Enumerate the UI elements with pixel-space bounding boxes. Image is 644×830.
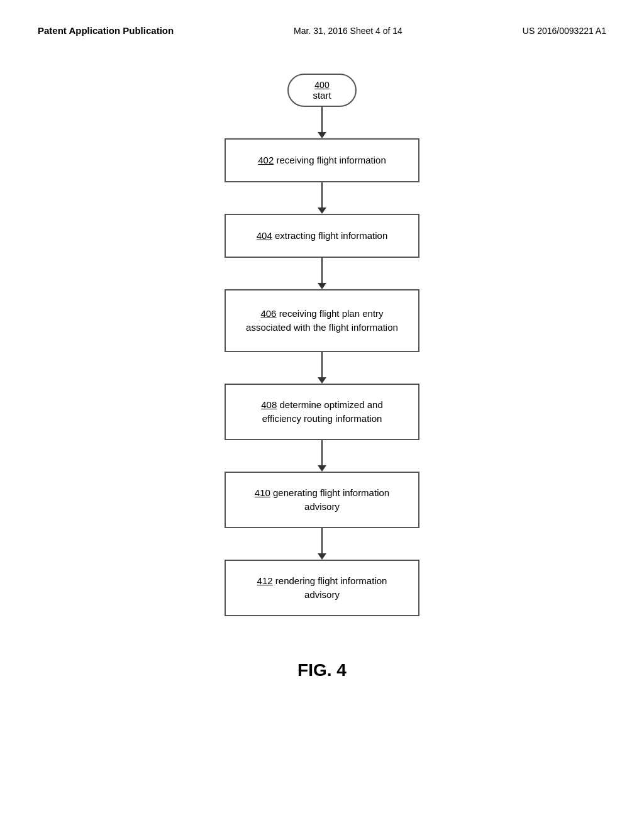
header-patent-number: US 2016/0093221 A1: [523, 26, 606, 36]
step-410-id: 410: [255, 487, 270, 498]
arrow-0: [318, 107, 326, 138]
step-412-box: 412 rendering flight information advisor…: [225, 560, 419, 616]
arrow-4: [318, 440, 326, 472]
flowchart-diagram: 400 start 402 receiving flight informati…: [0, 48, 644, 629]
step-402-text: 402 receiving flight information: [258, 153, 386, 168]
step-408-text: 408 determine optimized and efficiency r…: [245, 398, 399, 426]
step-408-box: 408 determine optimized and efficiency r…: [225, 384, 419, 440]
step-410-label: generating flight information advisory: [273, 487, 389, 512]
figure-label: FIG. 4: [0, 660, 644, 680]
step-412-label: rendering flight information advisory: [275, 575, 387, 600]
step-402-label: receiving flight information: [276, 155, 386, 165]
step-404-label: extracting flight information: [275, 230, 387, 241]
step-410-box: 410 generating flight information adviso…: [225, 472, 419, 528]
start-node-label: start: [313, 90, 331, 101]
step-406-id: 406: [260, 308, 276, 319]
start-node: 400 start: [287, 74, 357, 107]
step-410-text: 410 generating flight information adviso…: [245, 486, 399, 514]
step-412-id: 412: [257, 575, 273, 586]
step-402-box: 402 receiving flight information: [225, 138, 419, 182]
header-date-sheet: Mar. 31, 2016 Sheet 4 of 14: [294, 26, 402, 36]
step-412-text: 412 rendering flight information advisor…: [245, 574, 399, 602]
step-406-box: 406 receiving flight plan entry associat…: [225, 289, 419, 352]
arrow-5: [318, 528, 326, 560]
step-404-box: 404 extracting flight information: [225, 214, 419, 258]
start-node-id: 400: [314, 80, 329, 90]
arrow-2: [318, 258, 326, 289]
arrow-3: [318, 352, 326, 384]
step-408-id: 408: [261, 399, 277, 410]
step-404-id: 404: [257, 230, 272, 241]
step-404-text: 404 extracting flight information: [257, 229, 387, 243]
page-header: Patent Application Publication Mar. 31, …: [0, 0, 644, 48]
step-406-text: 406 receiving flight plan entry associat…: [245, 307, 399, 335]
arrow-1: [318, 182, 326, 214]
header-publication-label: Patent Application Publication: [38, 25, 174, 36]
step-408-label: determine optimized and efficiency routi…: [262, 399, 383, 424]
step-402-id: 402: [258, 155, 274, 165]
